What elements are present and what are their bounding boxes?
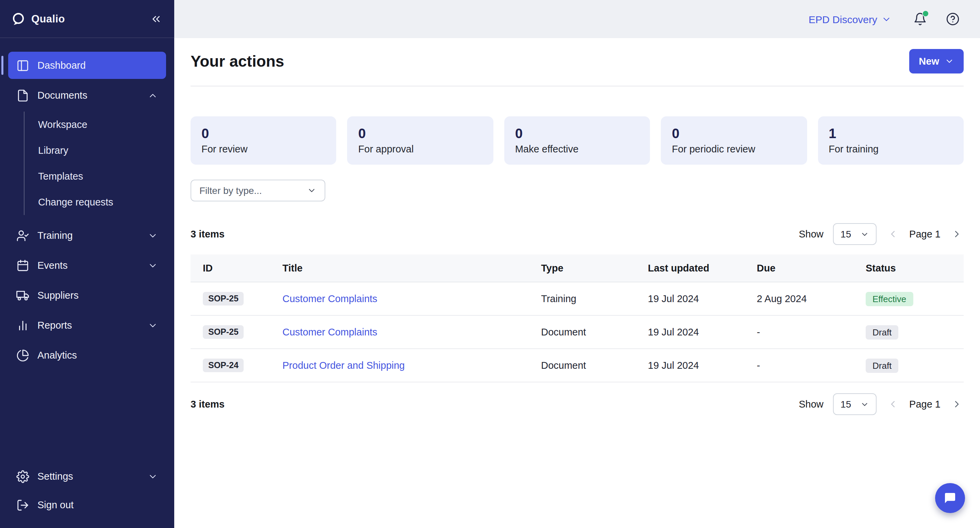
stat-count: 0 [358,124,482,142]
sidebar-item-label: Templates [38,171,83,182]
column-header-due: Due [757,262,865,274]
chevron-left-icon [888,399,898,410]
page-size-value: 15 [840,399,851,410]
items-count: 3 items [191,399,224,410]
new-button[interactable]: New [909,49,964,73]
sidebar-item-training[interactable]: Training [8,222,166,249]
workspace-switcher[interactable]: EPD Discovery [804,13,896,25]
qualio-logo-icon [11,11,26,26]
stat-card-for-review[interactable]: 0 For review [191,116,337,165]
chevron-down-icon [945,56,954,66]
page-content: Your actions New 0 For review 0 For appr… [174,38,980,528]
stat-label: Make effective [515,143,640,154]
pie-chart-icon [16,349,29,362]
status-badge: Draft [865,325,898,339]
sidebar: Qualio Dashboard Documents [0,0,174,528]
stat-card-for-training[interactable]: 1 For training [818,116,964,165]
sidebar-item-label: Workspace [38,119,88,130]
pagination-top: Show 15 Page 1 [799,223,964,245]
topbar: EPD Discovery [174,0,980,38]
chevron-down-icon [307,186,317,195]
stat-count: 0 [672,124,796,142]
document-type: Document [541,360,648,371]
sidebar-item-templates[interactable]: Templates [24,163,166,189]
sidebar-item-reports[interactable]: Reports [8,312,166,339]
sidebar-item-label: Dashboard [37,60,86,71]
help-button[interactable] [945,11,961,27]
last-updated-date: 19 Jul 2024 [648,327,757,337]
sidebar-nav: Dashboard Documents Workspace Library [0,38,174,528]
document-icon [16,89,29,102]
last-updated-date: 19 Jul 2024 [648,360,757,371]
document-id-badge: SOP-25 [203,292,244,305]
help-circle-icon [946,12,959,26]
stat-card-for-periodic-review[interactable]: 0 For periodic review [661,116,807,165]
sidebar-item-label: Suppliers [37,290,79,301]
truck-icon [16,289,29,302]
documents-subnav: Workspace Library Templates Change reque… [24,111,166,215]
chevron-down-icon [860,230,869,239]
notifications-button[interactable] [912,11,928,27]
chevron-down-icon [881,14,891,24]
status-badge: Effective [865,291,913,306]
next-page-button[interactable] [950,227,964,241]
chevron-down-icon [860,400,869,409]
main-column: EPD Discovery Your actions [174,0,980,528]
stat-card-for-approval[interactable]: 0 For approval [347,116,493,165]
table-row: SOP-24 Product Order and Shipping Docume… [191,349,964,382]
table-row: SOP-25 Customer Complaints Document 19 J… [191,316,964,349]
sidebar-item-library[interactable]: Library [24,137,166,163]
sidebar-item-suppliers[interactable]: Suppliers [8,282,166,309]
page-size-select[interactable]: 15 [833,393,877,415]
document-title-link[interactable]: Product Order and Shipping [282,360,405,371]
page-size-value: 15 [840,229,851,240]
sidebar-item-sign-out[interactable]: Sign out [8,491,166,518]
filter-by-type-select[interactable]: Filter by type... [191,180,325,201]
sidebar-spacer [0,370,174,461]
sidebar-item-label: Settings [37,471,73,482]
column-header-type: Type [541,262,648,274]
page-indicator: Page 1 [909,399,940,410]
column-header-id: ID [203,262,282,274]
sidebar-item-label: Events [37,260,68,271]
chevron-right-icon [951,399,962,410]
page-indicator: Page 1 [909,229,940,240]
sidebar-item-label: Training [37,230,73,241]
sidebar-item-change-requests[interactable]: Change requests [24,189,166,215]
actions-table: ID Title Type Last updated Due Status SO… [191,254,964,382]
sidebar-item-label: Sign out [37,499,73,510]
brand-name: Qualio [31,13,65,25]
sidebar-item-workspace[interactable]: Workspace [24,111,166,137]
document-id-badge: SOP-24 [203,359,244,372]
sidebar-collapse-button[interactable] [148,11,163,26]
app-root: Qualio Dashboard Documents [0,0,980,528]
previous-page-button[interactable] [886,398,900,411]
sidebar-item-documents[interactable]: Documents [8,82,166,109]
stat-count: 0 [515,124,640,142]
chevron-down-icon [148,260,158,270]
chat-widget-button[interactable] [935,483,965,513]
double-chevron-left-icon [150,13,162,25]
header-divider [191,86,964,86]
document-id-badge: SOP-25 [203,325,244,339]
document-title-link[interactable]: Customer Complaints [282,293,377,304]
sidebar-item-label: Library [38,145,68,156]
due-date: - [757,327,865,337]
status-badge: Draft [865,358,898,372]
sidebar-item-events[interactable]: Events [8,252,166,279]
pagination-bottom: Show 15 Page 1 [799,393,964,415]
sidebar-item-analytics[interactable]: Analytics [8,342,166,369]
table-header-row: ID Title Type Last updated Due Status [191,254,964,282]
document-title-link[interactable]: Customer Complaints [282,327,377,337]
stat-card-make-effective[interactable]: 0 Make effective [504,116,650,165]
page-title: Your actions [191,52,284,70]
items-count: 3 items [191,229,224,240]
next-page-button[interactable] [950,398,964,411]
stat-count: 0 [202,124,326,142]
previous-page-button[interactable] [886,227,900,241]
sidebar-item-settings[interactable]: Settings [8,463,166,490]
sidebar-item-dashboard[interactable]: Dashboard [8,52,166,79]
page-size-select[interactable]: 15 [833,223,877,245]
workspace-name: EPD Discovery [808,13,877,25]
gear-icon [16,470,29,483]
